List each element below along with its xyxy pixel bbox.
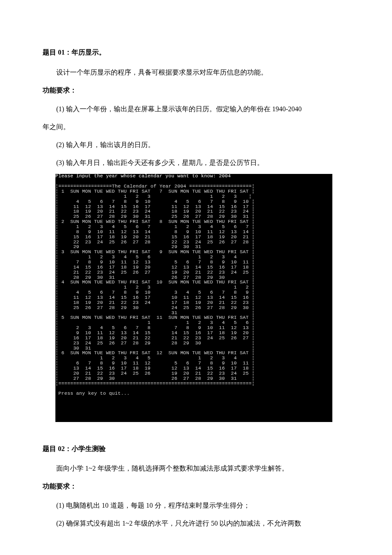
problem-01-intro: 设计一个年历显示的程序，具备可根据要求显示对应年历信息的功能。 [43,66,349,79]
terminal-line: ¦ 30 31 ¦ [55,346,255,351]
req-3: (3) 输入年月日，输出距今天还有多少天，星期几，是否是公历节日。 [43,156,349,170]
terminal-line: ¦ 16 17 18 19 20 21 22 21 22 23 24 25 26… [55,335,255,341]
terminal-line: ¦ 23 24 25 26 27 28 29 28 29 30 ¦ [55,341,255,346]
terminal-line: ¦ 29 29 30 31 ¦ [55,244,255,249]
terminal-line: ¦ 18 19 20 21 22 23 24 18 19 20 21 22 23… [55,209,255,214]
problem-02-intro: 面向小学 1~2 年级学生，随机选择两个整数和加减法形成算式要求学生解答。 [43,462,349,475]
terminal-line: ¦==================The Calendar of Year … [55,184,255,189]
req-1-line-a: (1) 输入一个年份，输出是在屏幕上显示该年的日历。假定输入的年份在 1940-… [43,102,349,116]
terminal-line: ¦ 1 1 2 3 4 5 6 ¦ [55,320,255,325]
terminal-line: ¦ 4 SUN MON TUE WED THU FRI SAT 10 SUN M… [55,280,255,285]
terminal-line: ¦ 18 19 20 21 22 23 24 17 18 19 20 21 22… [55,300,255,305]
terminal-line: ¦ 8 9 10 11 12 13 14 8 9 10 11 12 13 14 … [55,229,255,234]
terminal-line [55,406,58,411]
terminal-line: ¦ 11 12 13 14 15 16 17 10 11 12 13 14 15… [55,295,255,300]
terminal-line: ¦ 28 29 30 31 26 27 28 29 30 ¦ [55,275,255,280]
req-2: (2) 输入年月，输出该月的日历。 [43,138,349,152]
terminal-line [55,396,58,401]
terminal-line [55,416,58,422]
terminal-line-input: Please input the year whose calendar you… [55,173,231,179]
terminal-line: ¦ 20 21 22 23 24 25 26 19 20 21 22 23 24… [55,371,255,376]
terminal-line: ¦ 9 10 11 12 13 14 15 14 15 16 17 18 19 … [55,330,255,335]
terminal-line: ¦ 2 3 4 5 6 7 8 7 8 9 10 11 12 13 ¦ [55,325,255,330]
terminal-line: ¦ 1 2 3 4 5 1 2 3 4 ¦ [55,356,255,361]
terminal-line: ¦ 5 SUN MON TUE WED THU FRI SAT 11 SUN M… [55,315,255,320]
terminal-line: ¦=======================================… [55,381,255,386]
terminal-line: ¦ 3 SUN MON TUE WED THU FRI SAT 9 SUN MO… [55,249,255,254]
terminal-line: ¦ 25 26 27 28 29 30 31 25 26 27 28 29 30… [55,214,255,219]
terminal-line: ¦ 1 2 3 4 5 6 7 1 2 3 4 5 6 7 ¦ [55,224,255,229]
terminal-line [55,411,58,416]
requirements-label-2: 功能要求： [43,480,349,493]
terminal-line: ¦ 15 16 17 18 19 20 21 15 16 17 18 19 20… [55,234,255,240]
req-p2-2: (2) 确保算式没有超出 1~2 年级的水平，只允许进行 50 以内的加减法，不… [43,517,349,530]
terminal-line: ¦ 22 23 24 25 26 27 28 22 23 24 25 26 27… [55,240,255,245]
terminal-line [55,401,58,406]
terminal-line: ¦ 1 2 3 4 5 6 1 2 3 4 ¦ [55,254,255,260]
terminal-line-quit: Press any key to quit... [55,391,130,396]
terminal-line: ¦ 1 SUN MON TUE WED THU FRI SAT 7 SUN MO… [55,189,255,194]
req-p2-1: (1) 电脑随机出 10 道题，每题 10 分，程序结束时显示学生得分； [43,499,349,512]
requirements-label-1: 功能要求： [43,84,349,97]
terminal-line: ¦ 7 8 9 10 11 12 13 5 6 7 8 9 10 11 ¦ [55,260,255,265]
terminal-line: ¦ 21 22 23 24 25 26 27 19 20 21 22 23 24… [55,270,255,275]
terminal-line: ¦ 2 SUN MON TUE WED THU FRI SAT 8 SUN MO… [55,219,255,224]
terminal-line: ¦ 25 26 27 28 29 30 24 25 26 27 28 29 30… [55,305,255,310]
terminal-line: ¦ 4 5 6 7 8 9 10 4 5 6 7 8 9 10 ¦ [55,199,255,204]
document-page: 题目 01：年历显示。 设计一个年历显示的程序，具备可根据要求显示对应年历信息的… [0,0,392,555]
terminal-line: ¦ 1 2 3 1 2 ¦ [55,285,255,290]
terminal-line: ¦ 6 SUN MON TUE WED THU FRI SAT 12 SUN M… [55,350,255,356]
terminal-line: ¦ 31 ¦ [55,310,255,315]
problem-02-title: 题目 02：小学生测验 [43,443,349,454]
terminal-line: ¦ 13 14 15 16 17 18 19 12 13 14 15 16 17… [55,366,255,371]
problem-01-title: 题目 01：年历显示。 [43,47,349,58]
terminal-line [55,179,58,184]
terminal-line [55,386,58,391]
req-1-line-b: 年之间。 [43,120,349,134]
terminal-line: ¦ 27 28 29 30 26 27 28 29 30 31 ¦ [55,376,255,381]
terminal-line: ¦ 6 7 8 9 10 11 12 5 6 7 8 9 10 11 ¦ [55,361,255,366]
terminal-line: ¦ 1 2 3 1 2 3 ¦ [55,194,252,199]
terminal-line: ¦ 11 12 13 14 15 16 17 11 12 13 14 15 16… [55,204,255,209]
terminal-screenshot: Please input the year whose calendar you… [55,174,349,422]
terminal-line: ¦ 14 15 16 17 18 19 20 12 13 14 15 16 17… [55,265,255,270]
terminal-line: ¦ 4 5 6 7 8 9 10 3 4 5 6 7 8 9 ¦ [55,290,255,295]
